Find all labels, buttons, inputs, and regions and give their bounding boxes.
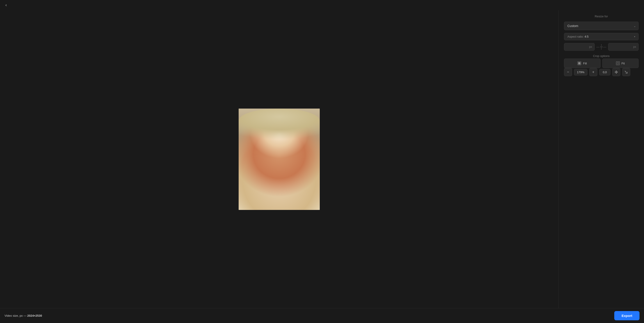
resize-section: Resize for Custom Instagram Facebook Twi… (564, 15, 638, 51)
move-icon (615, 70, 618, 74)
crop-options-label: Crop options (564, 54, 638, 58)
zoom-out-button[interactable]: − (564, 68, 572, 76)
main-content: Resize for Custom Instagram Facebook Twi… (0, 10, 644, 308)
fill-tool-button[interactable] (622, 68, 630, 76)
aspect-ratio-row[interactable]: Aspect ratio: 4:5 ▾ (564, 33, 638, 40)
height-input[interactable]: 2530 (611, 45, 632, 49)
export-button[interactable]: Export (614, 311, 640, 320)
video-size-value: 2024×2530 (27, 314, 42, 317)
crop-buttons-row: Fill Fit (564, 58, 638, 68)
height-unit: px (633, 45, 636, 48)
aspect-ratio-value: 4:5 (584, 35, 588, 38)
link-circle (600, 46, 602, 48)
zoom-value: 179% (574, 69, 588, 75)
bottom-bar: Video size, px — 2024×2530 Export (0, 308, 644, 323)
fill-crop-icon (578, 61, 581, 65)
link-separator: — — (596, 44, 606, 49)
chevron-down-icon: ▾ (634, 35, 635, 38)
width-input-wrapper: 2024 px (564, 43, 595, 51)
dimensions-row: 2024 px — — 2530 px (564, 43, 638, 51)
back-button[interactable]: ‹ (4, 2, 8, 8)
right-panel: Resize for Custom Instagram Facebook Twi… (558, 10, 644, 308)
fit-button[interactable]: Fit (602, 58, 639, 68)
position-value: 0,0 (599, 69, 610, 75)
height-input-wrapper: 2530 px (608, 43, 639, 51)
video-size-info: Video size, px — 2024×2530 (4, 314, 42, 317)
top-bar: ‹ (0, 0, 644, 10)
fill-button[interactable]: Fill (564, 58, 600, 68)
resize-for-label: Resize for (564, 15, 638, 18)
width-unit: px (589, 45, 592, 48)
link-line-bottom (601, 48, 602, 49)
fill-tool-icon (624, 70, 628, 74)
fit-crop-icon (616, 61, 620, 65)
crop-section: Crop options Fill Fit − 179% + 0,0 (564, 54, 638, 76)
fill-label: Fill (583, 62, 587, 65)
aspect-ratio-label: Aspect ratio: (568, 35, 584, 38)
video-size-prefix: Video size, px — (4, 314, 26, 317)
preset-dropdown-wrapper[interactable]: Custom Instagram Facebook Twitter YouTub… (564, 22, 638, 30)
zoom-row: − 179% + 0,0 (564, 68, 638, 76)
preset-dropdown[interactable]: Custom Instagram Facebook Twitter YouTub… (564, 22, 638, 30)
link-icon (600, 44, 602, 49)
fit-label: Fit (622, 62, 624, 65)
dash-separator-2: — (603, 45, 606, 49)
zoom-in-button[interactable]: + (589, 68, 597, 76)
canvas-area (0, 10, 558, 308)
dash-separator: — (596, 45, 600, 49)
width-input[interactable]: 2024 (566, 45, 588, 49)
svg-point-0 (627, 73, 628, 73)
image-preview (239, 109, 320, 210)
move-button[interactable] (612, 68, 620, 76)
link-line-top (601, 44, 602, 45)
